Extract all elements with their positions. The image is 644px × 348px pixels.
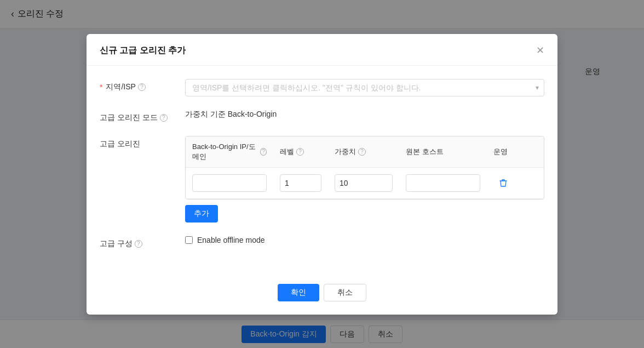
modal-overlay: 신규 고급 오리진 추가 ✕ * 지역/ISP ? 영역/ISP를 선택하려 [0,0,644,348]
advanced-config-content: Enable offline mode [185,236,544,244]
advanced-config-help-icon[interactable]: ? [135,240,142,248]
advanced-origin-row: 고급 오리진 Back-to-Origin IP/도메인 ? 레벨 [100,136,544,223]
col-ip-domain-header: Back-to-Origin IP/도메인 ? [186,136,273,167]
col-level-help-icon[interactable]: ? [296,148,304,156]
add-origin-button[interactable]: 추가 [185,205,218,223]
advanced-origin-label: 고급 오리진 [100,136,176,149]
level-input[interactable] [280,174,321,192]
modal-title: 신규 고급 오리진 추가 [100,45,186,56]
origin-table: Back-to-Origin IP/도메인 ? 레벨 ? 가중치 ? [185,136,544,199]
col-level-text: 레벨 [280,147,294,157]
modal-footer: 확인 취소 [87,275,557,315]
region-isp-content: 영역/ISP를 선택하려면 클릭하십시오. "전역" 규칙이 있어야 합니다. [185,79,544,96]
advanced-origin-content: Back-to-Origin IP/도메인 ? 레벨 ? 가중치 ? [185,136,544,223]
advanced-mode-help-icon[interactable]: ? [160,114,168,122]
cell-host [399,172,487,194]
col-host-header: 원본 호스트 [399,136,487,167]
delete-row-icon[interactable] [493,179,513,187]
advanced-config-label-text: 고급 구성 [100,239,133,249]
advanced-config-row: 고급 구성 ? Enable offline mode [100,236,544,249]
page-background: ‹ 오리진 수정 운영 신규 고급 오리진 추가 ✕ * 지역/ISP ? [0,0,644,348]
offline-mode-text: Enable offline mode [197,236,265,244]
modal-close-button[interactable]: ✕ [536,45,544,55]
region-isp-select[interactable]: 영역/ISP를 선택하려면 클릭하십시오. "전역" 규칙이 있어야 합니다. [185,79,544,96]
col-ip-domain-text: Back-to-Origin IP/도메인 [192,142,258,162]
cell-delete [487,176,520,190]
advanced-mode-row: 고급 오리진 모드 ? 가중치 기준 Back-to-Origin [100,110,544,123]
col-weight-help-icon[interactable]: ? [358,148,366,156]
modal-body: * 지역/ISP ? 영역/ISP를 선택하려면 클릭하십시오. "전역" 규칙… [87,66,557,275]
offline-mode-label[interactable]: Enable offline mode [185,236,544,244]
weight-input[interactable] [335,174,393,192]
region-isp-select-wrapper: 영역/ISP를 선택하려면 클릭하십시오. "전역" 규칙이 있어야 합니다. [185,79,544,96]
col-weight-header: 가중치 ? [328,136,399,167]
region-isp-label-text: 지역/ISP [106,82,135,92]
region-isp-label: * 지역/ISP ? [100,79,176,92]
col-ip-domain-help-icon[interactable]: ? [260,148,267,156]
advanced-mode-label: 고급 오리진 모드 ? [100,110,176,123]
cell-ip-domain [186,172,273,194]
col-operation-header: 운영 [487,136,520,167]
required-star: * [100,83,102,92]
confirm-button[interactable]: 확인 [278,284,319,301]
offline-mode-checkbox[interactable] [185,236,193,244]
col-weight-text: 가중치 [335,147,356,157]
col-operation-text: 운영 [493,147,508,157]
advanced-mode-value: 가중치 기준 Back-to-Origin [185,106,277,118]
col-level-header: 레벨 ? [273,136,328,167]
cancel-modal-button[interactable]: 취소 [324,284,366,301]
cell-level [273,172,328,194]
region-isp-help-icon[interactable]: ? [138,83,146,91]
table-row [186,168,544,199]
modal-header: 신규 고급 오리진 추가 ✕ [87,34,557,66]
advanced-mode-content: 가중치 기준 Back-to-Origin [185,110,544,119]
modal-dialog: 신규 고급 오리진 추가 ✕ * 지역/ISP ? 영역/ISP를 선택하려 [87,34,557,315]
region-isp-row: * 지역/ISP ? 영역/ISP를 선택하려면 클릭하십시오. "전역" 규칙… [100,79,544,96]
col-host-text: 원본 호스트 [406,147,444,157]
advanced-origin-label-text: 고급 오리진 [100,139,140,149]
ip-domain-input[interactable] [192,174,267,192]
advanced-mode-label-text: 고급 오리진 모드 [100,113,158,123]
advanced-config-label: 고급 구성 ? [100,236,176,249]
cell-weight [328,172,399,194]
host-input[interactable] [406,174,480,192]
origin-table-header: Back-to-Origin IP/도메인 ? 레벨 ? 가중치 ? [186,136,544,168]
